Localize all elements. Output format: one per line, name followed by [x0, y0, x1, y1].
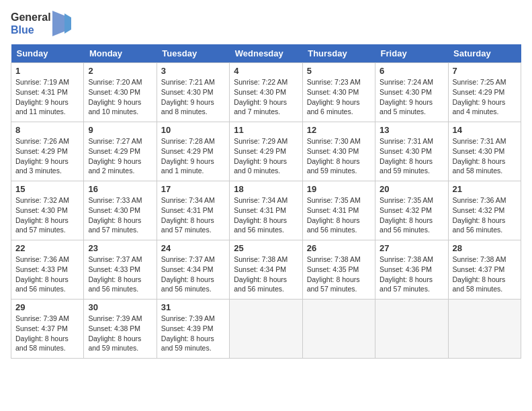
calendar-day-16: 16Sunrise: 7:33 AMSunset: 4:30 PMDayligh…: [84, 181, 157, 240]
calendar-day-25: 25Sunrise: 7:38 AMSunset: 4:34 PMDayligh…: [230, 240, 302, 300]
calendar-day-5: 5Sunrise: 7:23 AMSunset: 4:30 PMDaylight…: [302, 63, 375, 122]
weekday-header-monday: Monday: [84, 44, 157, 63]
calendar-day-2: 2Sunrise: 7:20 AMSunset: 4:30 PMDaylight…: [84, 63, 157, 122]
calendar-day-10: 10Sunrise: 7:28 AMSunset: 4:29 PMDayligh…: [157, 122, 229, 181]
weekday-header-thursday: Thursday: [302, 44, 375, 63]
weekday-header-tuesday: Tuesday: [157, 44, 229, 63]
calendar-day-11: 11Sunrise: 7:29 AMSunset: 4:29 PMDayligh…: [230, 122, 302, 181]
calendar-day-14: 14Sunrise: 7:31 AMSunset: 4:30 PMDayligh…: [448, 122, 521, 181]
calendar-day-27: 27Sunrise: 7:38 AMSunset: 4:36 PMDayligh…: [375, 240, 448, 300]
calendar-empty: [448, 300, 521, 359]
calendar-day-28: 28Sunrise: 7:38 AMSunset: 4:37 PMDayligh…: [448, 240, 521, 300]
page-header: General Blue: [11, 11, 521, 36]
calendar-day-7: 7Sunrise: 7:25 AMSunset: 4:29 PMDaylight…: [448, 63, 521, 122]
weekday-header-saturday: Saturday: [448, 44, 521, 63]
weekday-header-sunday: Sunday: [11, 44, 84, 63]
calendar-day-12: 12Sunrise: 7:30 AMSunset: 4:30 PMDayligh…: [302, 122, 375, 181]
calendar-day-21: 21Sunrise: 7:36 AMSunset: 4:32 PMDayligh…: [448, 181, 521, 240]
calendar-day-18: 18Sunrise: 7:34 AMSunset: 4:31 PMDayligh…: [230, 181, 302, 240]
weekday-header-wednesday: Wednesday: [230, 44, 302, 63]
calendar-day-30: 30Sunrise: 7:39 AMSunset: 4:38 PMDayligh…: [84, 300, 157, 359]
calendar-day-26: 26Sunrise: 7:38 AMSunset: 4:35 PMDayligh…: [302, 240, 375, 300]
calendar-day-17: 17Sunrise: 7:34 AMSunset: 4:31 PMDayligh…: [157, 181, 229, 240]
calendar-day-20: 20Sunrise: 7:35 AMSunset: 4:32 PMDayligh…: [375, 181, 448, 240]
calendar-day-23: 23Sunrise: 7:37 AMSunset: 4:33 PMDayligh…: [84, 240, 157, 300]
calendar-day-19: 19Sunrise: 7:35 AMSunset: 4:31 PMDayligh…: [302, 181, 375, 240]
calendar-day-15: 15Sunrise: 7:32 AMSunset: 4:30 PMDayligh…: [11, 181, 84, 240]
calendar-day-13: 13Sunrise: 7:31 AMSunset: 4:30 PMDayligh…: [375, 122, 448, 181]
calendar-day-4: 4Sunrise: 7:22 AMSunset: 4:30 PMDaylight…: [230, 63, 302, 122]
logo: General Blue: [11, 11, 71, 36]
calendar-day-9: 9Sunrise: 7:27 AMSunset: 4:29 PMDaylight…: [84, 122, 157, 181]
weekday-header-friday: Friday: [375, 44, 448, 63]
calendar-day-1: 1Sunrise: 7:19 AMSunset: 4:31 PMDaylight…: [11, 63, 84, 122]
calendar-empty: [375, 300, 448, 359]
calendar-day-22: 22Sunrise: 7:36 AMSunset: 4:33 PMDayligh…: [11, 240, 84, 300]
calendar-day-24: 24Sunrise: 7:37 AMSunset: 4:34 PMDayligh…: [157, 240, 229, 300]
calendar-day-3: 3Sunrise: 7:21 AMSunset: 4:30 PMDaylight…: [157, 63, 229, 122]
svg-marker-1: [64, 13, 71, 34]
calendar-day-29: 29Sunrise: 7:39 AMSunset: 4:37 PMDayligh…: [11, 300, 84, 359]
calendar-day-31: 31Sunrise: 7:39 AMSunset: 4:39 PMDayligh…: [157, 300, 229, 359]
svg-marker-0: [52, 11, 66, 36]
calendar-empty: [230, 300, 302, 359]
calendar-day-8: 8Sunrise: 7:26 AMSunset: 4:29 PMDaylight…: [11, 122, 84, 181]
calendar-table: SundayMondayTuesdayWednesdayThursdayFrid…: [11, 44, 521, 359]
calendar-day-6: 6Sunrise: 7:24 AMSunset: 4:30 PMDaylight…: [375, 63, 448, 122]
calendar-empty: [302, 300, 375, 359]
